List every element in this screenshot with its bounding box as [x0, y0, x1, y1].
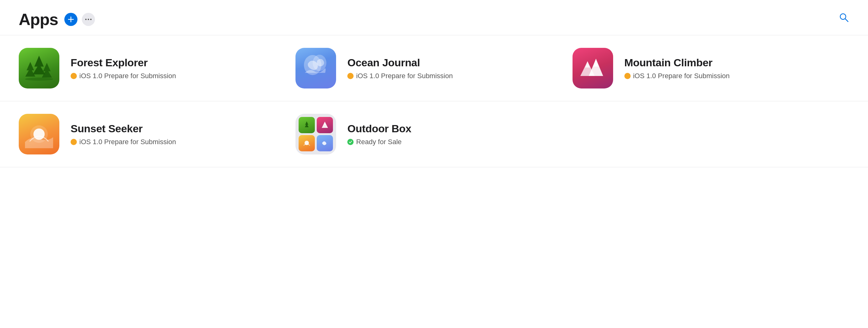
status-dot-outdoor-box: [347, 139, 353, 145]
app-name-forest-explorer: Forest Explorer: [70, 57, 176, 69]
svg-point-18: [30, 126, 48, 143]
app-item-ocean-journal[interactable]: Ocean Journal iOS 1.0 Prepare for Submis…: [296, 48, 572, 88]
box-cell-sunset: [299, 135, 315, 151]
apps-grid: Forest Explorer iOS 1.0 Prepare for Subm…: [0, 35, 868, 167]
app-status-text-outdoor-box: Ready for Sale: [356, 138, 402, 146]
app-name-outdoor-box: Outdoor Box: [347, 122, 411, 135]
svg-marker-19: [305, 121, 309, 127]
svg-marker-9: [42, 63, 52, 78]
svg-marker-16: [585, 61, 590, 67]
page-title: Apps: [19, 10, 58, 29]
app-name-ocean-journal: Ocean Journal: [347, 57, 453, 69]
app-status-text-ocean-journal: iOS 1.0 Prepare for Submission: [356, 72, 453, 80]
search-icon: [839, 12, 849, 23]
svg-marker-8: [25, 62, 35, 77]
svg-point-4: [90, 19, 92, 20]
header: Apps: [0, 0, 868, 35]
app-status-outdoor-box: Ready for Sale: [347, 138, 411, 146]
app-info-sunset-seeker: Sunset Seeker iOS 1.0 Prepare for Submis…: [70, 122, 176, 146]
app-status-text-forest-explorer: iOS 1.0 Prepare for Submission: [79, 72, 176, 80]
forest-explorer-icon-graphic: [24, 54, 55, 82]
app-status-forest-explorer: iOS 1.0 Prepare for Submission: [70, 72, 176, 80]
app-icon-ocean-journal: [296, 48, 336, 88]
svg-point-10: [25, 78, 53, 81]
app-item-sunset-seeker[interactable]: Sunset Seeker iOS 1.0 Prepare for Submis…: [19, 114, 296, 155]
apps-row-2: Sunset Seeker iOS 1.0 Prepare for Submis…: [0, 101, 868, 167]
status-dot-mountain-climber: [624, 73, 631, 79]
app-item-forest-explorer[interactable]: Forest Explorer iOS 1.0 Prepare for Subm…: [19, 48, 296, 88]
app-status-ocean-journal: iOS 1.0 Prepare for Submission: [347, 72, 453, 80]
app-name-sunset-seeker: Sunset Seeker: [70, 122, 176, 135]
svg-marker-21: [323, 121, 326, 125]
box-cell-mountain: [317, 117, 333, 133]
app-icon-outdoor-box: [296, 114, 336, 155]
box-sunset-mini-icon: [302, 138, 311, 148]
svg-line-6: [845, 19, 848, 22]
svg-point-2: [85, 19, 87, 20]
ellipsis-icon: [85, 18, 92, 21]
app-info-forest-explorer: Forest Explorer iOS 1.0 Prepare for Subm…: [70, 57, 176, 80]
box-mountain-mini-icon: [320, 120, 330, 130]
svg-marker-15: [593, 59, 599, 66]
svg-marker-7: [33, 56, 45, 75]
app-icon-sunset-seeker: [19, 114, 59, 155]
app-name-mountain-climber: Mountain Climber: [624, 57, 730, 69]
app-status-mountain-climber: iOS 1.0 Prepare for Submission: [624, 72, 730, 80]
app-item-outdoor-box[interactable]: Outdoor Box Ready for Sale: [296, 114, 572, 155]
box-cell-ocean: [317, 135, 333, 151]
box-forest-mini-icon: [302, 120, 311, 130]
app-status-text-sunset-seeker: iOS 1.0 Prepare for Submission: [79, 138, 176, 146]
app-icon-forest-explorer: [19, 48, 59, 88]
status-dot-ocean-journal: [347, 73, 353, 79]
app-info-mountain-climber: Mountain Climber iOS 1.0 Prepare for Sub…: [624, 57, 730, 80]
ocean-journal-icon-graphic: [300, 54, 331, 82]
plus-icon: [67, 16, 74, 23]
sunset-seeker-icon-graphic: [24, 120, 55, 148]
status-dot-forest-explorer: [70, 73, 77, 79]
app-item-mountain-climber[interactable]: Mountain Climber iOS 1.0 Prepare for Sub…: [572, 48, 849, 88]
search-button[interactable]: [839, 12, 849, 23]
app-info-ocean-journal: Ocean Journal iOS 1.0 Prepare for Submis…: [347, 57, 453, 80]
checkmark-icon: [348, 140, 352, 144]
app-info-outdoor-box: Outdoor Box Ready for Sale: [347, 122, 411, 146]
mountain-climber-icon-graphic: [579, 56, 607, 81]
svg-point-3: [88, 19, 89, 20]
app-icon-mountain-climber: [572, 48, 613, 88]
box-ocean-mini-icon: [320, 138, 330, 148]
more-options-button[interactable]: [82, 13, 95, 26]
app-status-sunset-seeker: iOS 1.0 Prepare for Submission: [70, 138, 176, 146]
status-dot-sunset-seeker: [70, 139, 77, 145]
add-app-button[interactable]: [64, 13, 78, 26]
app-status-text-mountain-climber: iOS 1.0 Prepare for Submission: [633, 72, 730, 80]
apps-row-1: Forest Explorer iOS 1.0 Prepare for Subm…: [0, 35, 868, 101]
box-cell-forest: [299, 117, 315, 133]
